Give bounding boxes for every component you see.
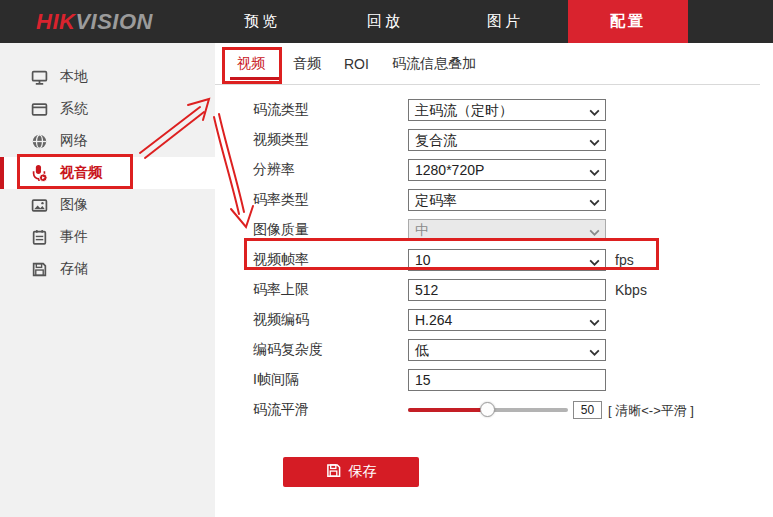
form-row-video-encoding: 视频编码 H.264	[215, 305, 773, 335]
logo-hik: HIK	[36, 9, 75, 35]
tab-audio[interactable]: 音频	[293, 43, 321, 85]
sidebar-item-label: 本地	[60, 68, 88, 86]
field-label: 码率上限	[253, 281, 309, 299]
chevron-down-icon	[588, 254, 601, 274]
sidebar-item-storage[interactable]: 存储	[0, 253, 215, 285]
stream-type-select[interactable]: 主码流（定时）	[408, 99, 606, 121]
sidebar-item-event[interactable]: 事件	[0, 221, 215, 253]
field-label: 分辨率	[253, 161, 295, 179]
video-settings-form: 码流类型 主码流（定时） 视频类型 复合流 分辨率 1280*720P	[215, 95, 773, 425]
unit-label-kbps: Kbps	[615, 282, 647, 298]
chevron-down-icon	[588, 344, 601, 364]
field-label: 视频类型	[253, 131, 309, 149]
nav-configuration[interactable]: 配置	[568, 0, 688, 43]
main-content: 视频 音频 ROI 码流信息叠加 码流类型 主码流（定时） 视频类型 复合流	[215, 43, 773, 517]
window-icon	[30, 100, 48, 118]
field-label: 视频编码	[253, 311, 309, 329]
event-icon	[30, 228, 48, 246]
form-row-resolution: 分辨率 1280*720P	[215, 155, 773, 185]
save-button-label: 保存	[349, 463, 377, 481]
hikvision-logo: HIKVISION	[36, 0, 153, 43]
frame-rate-select[interactable]: 10	[408, 249, 606, 271]
chevron-down-icon	[588, 314, 601, 334]
chevron-down-icon	[588, 134, 601, 154]
tab-stream-info-overlay[interactable]: 码流信息叠加	[392, 43, 476, 85]
form-row-max-bitrate: 码率上限 512 Kbps	[215, 275, 773, 305]
sidebar-item-label: 网络	[60, 132, 88, 150]
video-encoding-select[interactable]: H.264	[408, 309, 606, 331]
sidebar-item-system[interactable]: 系统	[0, 93, 215, 125]
bitrate-type-select[interactable]: 定码率	[408, 189, 606, 211]
tab-bar: 视频 音频 ROI 码流信息叠加	[215, 43, 760, 85]
image-quality-select: 中	[408, 219, 606, 241]
chevron-down-icon	[588, 164, 601, 184]
field-label: I帧间隔	[253, 371, 299, 389]
save-icon	[326, 463, 341, 481]
sidebar-item-video-audio[interactable]: 视音频	[0, 157, 215, 189]
field-label: 码流类型	[253, 101, 309, 119]
active-indicator-bar	[0, 157, 4, 189]
slider-value-input[interactable]: 50	[573, 401, 602, 419]
slider-fill	[408, 408, 488, 412]
sidebar-item-label: 图像	[60, 196, 88, 214]
active-tab-underline	[230, 77, 282, 80]
storage-icon	[30, 260, 48, 278]
select-value: 定码率	[415, 192, 457, 208]
sidebar-item-network[interactable]: 网络	[0, 125, 215, 157]
video-type-select[interactable]: 复合流	[408, 129, 606, 151]
form-row-iframe-interval: I帧间隔 15	[215, 365, 773, 395]
sidebar-item-local[interactable]: 本地	[0, 61, 215, 93]
slider-track[interactable]	[408, 408, 568, 412]
iframe-interval-input[interactable]: 15	[408, 369, 606, 391]
form-row-image-quality: 图像质量 中	[215, 215, 773, 245]
resolution-select[interactable]: 1280*720P	[408, 159, 606, 181]
form-row-bitrate-type: 码率类型 定码率	[215, 185, 773, 215]
form-row-stream-type: 码流类型 主码流（定时）	[215, 95, 773, 125]
field-label: 码率类型	[253, 191, 309, 209]
sidebar: 本地 系统 网络 视音频 图像	[0, 43, 215, 517]
field-label: 编码复杂度	[253, 341, 323, 359]
sidebar-item-label: 视音频	[60, 164, 102, 182]
form-row-stream-smoothing: 码流平滑 50 [ 清晰<->平滑 ]	[215, 395, 773, 425]
monitor-icon	[30, 68, 48, 86]
top-bar: HIKVISION 预览 回放 图片 配置	[0, 0, 773, 43]
field-label: 图像质量	[253, 221, 309, 239]
form-row-frame-rate: 视频帧率 10 fps	[215, 245, 773, 275]
chevron-down-icon	[588, 194, 601, 214]
form-row-encoding-complexity: 编码复杂度 低	[215, 335, 773, 365]
form-row-video-type: 视频类型 复合流	[215, 125, 773, 155]
nav-playback[interactable]: 回放	[355, 0, 415, 43]
logo-vision: VISION	[75, 9, 153, 35]
globe-icon	[30, 132, 48, 150]
select-value: H.264	[415, 312, 452, 328]
save-button[interactable]: 保存	[283, 457, 419, 487]
chevron-down-icon	[588, 224, 601, 244]
select-value: 低	[415, 342, 429, 358]
nav-picture[interactable]: 图片	[475, 0, 535, 43]
max-bitrate-input[interactable]: 512	[408, 279, 606, 301]
chevron-down-icon	[588, 104, 601, 124]
select-value: 中	[415, 222, 429, 238]
unit-label-fps: fps	[615, 252, 634, 268]
sidebar-item-label: 系统	[60, 100, 88, 118]
microphone-icon	[30, 164, 48, 182]
select-value: 主码流（定时）	[415, 102, 513, 118]
slider-range-label: [ 清晰<->平滑 ]	[608, 402, 694, 420]
field-label: 视频帧率	[253, 251, 309, 269]
select-value: 10	[415, 252, 431, 268]
sidebar-item-label: 存储	[60, 260, 88, 278]
sidebar-item-label: 事件	[60, 228, 88, 246]
field-label: 码流平滑	[253, 401, 309, 419]
encoding-complexity-select[interactable]: 低	[408, 339, 606, 361]
slider-thumb[interactable]	[480, 402, 495, 417]
sidebar-item-image[interactable]: 图像	[0, 189, 215, 221]
select-value: 复合流	[415, 132, 457, 148]
stream-smoothing-slider: 50 [ 清晰<->平滑 ]	[408, 399, 773, 421]
hikvision-config-page: HIKVISION 预览 回放 图片 配置 本地 系统 网络	[0, 0, 773, 517]
tab-roi[interactable]: ROI	[344, 43, 369, 85]
image-icon	[30, 196, 48, 214]
nav-preview[interactable]: 预览	[232, 0, 292, 43]
select-value: 1280*720P	[415, 162, 484, 178]
